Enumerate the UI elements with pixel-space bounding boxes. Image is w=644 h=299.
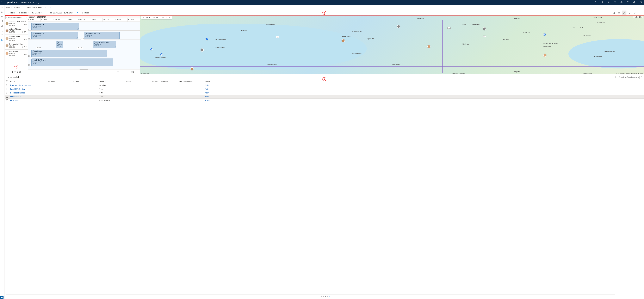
col-name[interactable]: Name bbox=[9, 80, 46, 82]
col-time-to-promised[interactable]: Time To Promised bbox=[178, 80, 204, 82]
requirement-link[interactable]: Express delivery spare parts bbox=[9, 84, 46, 86]
overflow-icon[interactable]: ⋯ bbox=[638, 10, 642, 15]
zoom-slider[interactable] bbox=[116, 72, 130, 72]
booking-block[interactable]: Install HVAC sytemRequirement7h 16m bbox=[32, 58, 113, 66]
resource-row[interactable]: Allison Dickson (7h 30m booked)17% bbox=[5, 27, 28, 34]
col-from[interactable]: From Date bbox=[46, 80, 72, 82]
map-resource-pin[interactable] bbox=[543, 54, 546, 57]
tab-unscheduled[interactable]: Unscheduled bbox=[6, 75, 20, 79]
filters-button[interactable]: Filters bbox=[6, 11, 16, 14]
booking-block[interactable]: Move furnitureRequirement4h 22m bbox=[32, 23, 80, 30]
assist-icon[interactable] bbox=[632, 0, 637, 5]
sort-button[interactable] bbox=[24, 17, 28, 19]
map-resource-pin[interactable] bbox=[200, 48, 204, 52]
settings-icon[interactable] bbox=[619, 0, 624, 5]
grid-scrollbar[interactable] bbox=[5, 293, 644, 294]
schedule-board-icon[interactable] bbox=[0, 38, 4, 42]
map-resource-pin[interactable] bbox=[190, 67, 194, 70]
col-status[interactable]: Status bbox=[204, 80, 222, 82]
schedule-assist-icon[interactable] bbox=[612, 10, 616, 15]
refresh-icon[interactable] bbox=[627, 10, 632, 15]
more-button[interactable]: ⋯ bbox=[91, 11, 95, 14]
booking-block[interactable]: Regrease bearingsRequirement3h 15m bbox=[84, 32, 120, 39]
map-resource-pin[interactable] bbox=[427, 45, 430, 48]
pager-prev[interactable]: ‹ bbox=[10, 71, 10, 73]
booking-block[interactable]: ExpressRequirem3h 01m bbox=[56, 41, 63, 48]
pinned-icon[interactable] bbox=[1, 20, 4, 23]
resource-row[interactable]: Bernadette Foley (6h 49m booked)15% bbox=[5, 42, 28, 50]
map-pin-3b[interactable]: 3 bbox=[543, 33, 546, 36]
row-checkbox[interactable] bbox=[6, 100, 8, 101]
add-icon[interactable] bbox=[606, 0, 611, 5]
gantt-row[interactable]: 2h 31m2h 27mExpressRequirem3h 01mReplace… bbox=[28, 40, 140, 48]
people-icon[interactable] bbox=[1, 24, 4, 28]
pane-icon[interactable] bbox=[638, 0, 643, 5]
col-duration[interactable]: Duration bbox=[98, 80, 125, 82]
person-icon[interactable] bbox=[622, 10, 626, 15]
select-all-checkbox[interactable] bbox=[6, 80, 8, 82]
search-icon[interactable] bbox=[594, 0, 598, 5]
col-to[interactable]: To Date bbox=[72, 80, 98, 82]
org-icon[interactable] bbox=[1, 29, 4, 32]
gantt-row[interactable]: 19m15mMove furnitureRequirement4h 15mReg… bbox=[28, 30, 140, 40]
next-week-button[interactable] bbox=[76, 11, 79, 14]
booking-block[interactable]: Replace refrigeratorRequirement4h 27m bbox=[93, 41, 116, 48]
lightbulb-icon[interactable] bbox=[600, 0, 604, 5]
gantt-row[interactable]: 22mMove furnitureRequirement4h 22m bbox=[28, 22, 140, 30]
board-name[interactable]: Washington state bbox=[27, 6, 42, 8]
status-link[interactable]: Active bbox=[204, 88, 222, 90]
table-row[interactable]: Fix antenna 6 hrs 30 mins Active bbox=[5, 98, 644, 102]
map-resource-pin[interactable] bbox=[397, 25, 400, 28]
prev-week-button[interactable] bbox=[44, 11, 48, 14]
site-map-switcher[interactable]: RS bbox=[0, 296, 4, 299]
filter-icon[interactable] bbox=[613, 0, 618, 5]
status-link[interactable]: Active bbox=[204, 96, 222, 98]
table-row[interactable]: Express delivery spare parts 30 mins Act… bbox=[5, 84, 644, 87]
expand-icon[interactable] bbox=[632, 10, 637, 15]
date-range-button[interactable]: 10/19/2023 - 10/25/2023 bbox=[49, 11, 74, 14]
list-icon[interactable] bbox=[1, 34, 4, 37]
resource-row[interactable]: Ashley Chinn (7h 28m booked)17% bbox=[5, 34, 28, 42]
gantt-row[interactable]: 16mInstall HVAC sytemRequirement7h 16m bbox=[28, 57, 140, 66]
recent-icon[interactable] bbox=[1, 15, 4, 18]
pager-prev[interactable]: ‹ bbox=[319, 296, 319, 298]
status-link[interactable]: Active bbox=[204, 84, 222, 86]
resource-row[interactable]: Abraham McCormick (4h 22m booked)10% bbox=[5, 20, 28, 27]
hourly-button[interactable]: Hourly bbox=[18, 11, 30, 14]
col-priority[interactable]: Priority bbox=[125, 80, 151, 82]
menu-icon[interactable] bbox=[1, 6, 4, 9]
row-checkbox[interactable] bbox=[6, 92, 8, 94]
gantt-button[interactable]: Gantt bbox=[31, 11, 43, 14]
help-icon[interactable] bbox=[626, 0, 630, 5]
map-resource-pin[interactable] bbox=[483, 27, 486, 30]
row-checkbox[interactable] bbox=[6, 84, 8, 86]
status-link[interactable]: Active bbox=[204, 100, 222, 102]
gantt-row[interactable]: 19mFix antennaRequirement6h 49m bbox=[28, 48, 140, 57]
requirement-link[interactable]: Fix antenna bbox=[9, 100, 46, 102]
view-name[interactable]: Initial public view bbox=[6, 6, 20, 8]
table-row[interactable]: Regrease bearings 3 hrs Active bbox=[5, 91, 644, 95]
refresh-icon[interactable] bbox=[640, 76, 642, 78]
requirement-search-input[interactable] bbox=[618, 76, 640, 79]
gantt-scrollbar[interactable] bbox=[28, 69, 140, 70]
pager-next[interactable]: › bbox=[22, 71, 23, 73]
resource-search[interactable] bbox=[6, 16, 24, 19]
resource-row[interactable]: Bob Kozak (7h 16m booked)16% bbox=[5, 50, 28, 57]
map-panel[interactable]: 10/23/2023 1 miles1 km KirklandRedmondBE… bbox=[140, 16, 644, 74]
app-launcher-icon[interactable] bbox=[1, 1, 4, 4]
row-checkbox[interactable] bbox=[6, 88, 8, 90]
search-icon[interactable] bbox=[615, 76, 617, 78]
bell-icon[interactable] bbox=[617, 10, 621, 15]
row-checkbox[interactable] bbox=[6, 96, 8, 98]
map-resource-pin[interactable] bbox=[342, 39, 345, 42]
book-button[interactable]: Book bbox=[81, 11, 90, 14]
col-time-from-promised[interactable]: Time From Promised bbox=[151, 80, 178, 82]
resource-search-input[interactable] bbox=[8, 17, 24, 19]
booking-block[interactable]: Move furnitureRequirement4h 15m bbox=[32, 32, 78, 39]
booking-block[interactable]: Fix antennaRequirement6h 49m bbox=[32, 50, 108, 57]
pager-next[interactable]: › bbox=[329, 296, 330, 298]
requirement-link[interactable]: Install HVAC sytem bbox=[9, 88, 46, 90]
map-pin-3[interactable]: 3 bbox=[150, 48, 153, 50]
table-row[interactable]: Move furniture 4 hrs Active bbox=[5, 95, 644, 98]
requirement-link[interactable]: Regrease bearings bbox=[9, 92, 46, 94]
